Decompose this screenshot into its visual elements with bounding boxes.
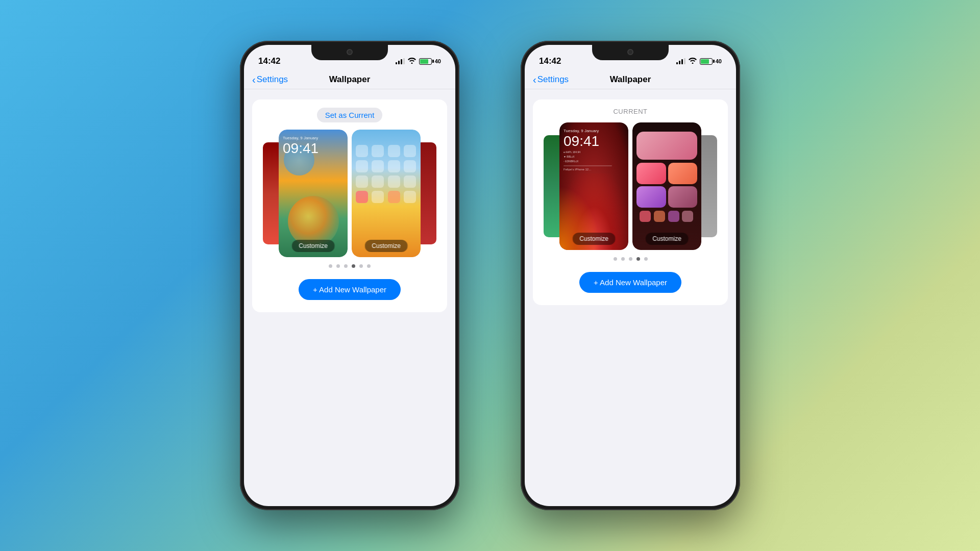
dot-2-right bbox=[621, 257, 625, 261]
lock-date-left: Tuesday, 9 January bbox=[283, 136, 344, 140]
app-icon-15 bbox=[388, 191, 400, 203]
nav-bar-right: ‹ Settings Wallpaper bbox=[525, 70, 736, 89]
app-icon-7 bbox=[388, 160, 400, 172]
lock-screen-content-right: Tuesday, 9 January 09:41 ♦ AAPL 164.94 ▼… bbox=[559, 122, 628, 177]
lock-preview-right: Tuesday, 9 January 09:41 ♦ AAPL 164.94 ▼… bbox=[559, 122, 628, 250]
dot-5-left bbox=[359, 264, 363, 268]
dot-6-left bbox=[367, 264, 371, 268]
app-icon-9 bbox=[356, 176, 368, 188]
dot-3-right bbox=[629, 257, 632, 261]
lock-widgets-row-3: ◦ EDNBRLcX bbox=[564, 160, 624, 163]
nav-title-right: Wallpaper bbox=[610, 74, 651, 85]
home-preview-left bbox=[352, 130, 421, 257]
notch-left bbox=[311, 45, 388, 60]
status-time-left: 14:42 bbox=[258, 56, 280, 66]
signal-icon-left bbox=[396, 58, 405, 64]
widget-line-2: ▼ BBLcX bbox=[564, 155, 575, 159]
home-icon-coral bbox=[668, 163, 698, 184]
wifi-icon-right bbox=[689, 58, 697, 65]
status-icons-right: 40 bbox=[676, 58, 722, 65]
home-preview-wrapper-right[interactable]: Customize bbox=[632, 122, 701, 250]
current-label: CURRENT bbox=[613, 108, 647, 115]
camera-left bbox=[347, 49, 353, 55]
app-icon-6 bbox=[372, 160, 384, 172]
page-dots-left bbox=[329, 264, 371, 268]
dot-3-left bbox=[344, 264, 348, 268]
set-current-badge[interactable]: Set as Current bbox=[317, 108, 383, 122]
home-screen-content-left bbox=[352, 130, 421, 257]
back-button-left[interactable]: ‹ Settings bbox=[252, 74, 288, 85]
lock-preview-wrapper-right[interactable]: Tuesday, 9 January 09:41 ♦ AAPL 164.94 ▼… bbox=[559, 122, 628, 250]
page-dots-right bbox=[614, 257, 648, 261]
nav-title-left: Wallpaper bbox=[329, 74, 371, 85]
dot-4-left bbox=[352, 264, 355, 268]
mini-icon-3 bbox=[668, 211, 679, 222]
customize-lock-right[interactable]: Customize bbox=[572, 233, 616, 245]
lock-widgets-row-2: ▼ BBLcX bbox=[564, 155, 624, 159]
app-icon-12 bbox=[404, 176, 416, 188]
dot-1-left bbox=[329, 264, 332, 268]
status-time-right: 14:42 bbox=[539, 56, 561, 66]
customize-lock-left[interactable]: Customize bbox=[291, 240, 335, 252]
dot-5-right bbox=[644, 257, 648, 261]
wallpaper-previews-left: Tuesday, 9 January 09:41 Customize bbox=[260, 130, 439, 257]
widget-line-3: ◦ EDNBRLcX bbox=[564, 160, 578, 163]
lock-widgets-right: ♦ AAPL 164.94 bbox=[564, 151, 624, 154]
back-chevron-right: ‹ bbox=[533, 74, 536, 85]
app-icon-16 bbox=[404, 191, 416, 203]
mini-icon-1 bbox=[640, 211, 651, 222]
phone-name: Felipe's iPhone 12... bbox=[564, 168, 624, 171]
wallpaper-previews-right: Tuesday, 9 January 09:41 ♦ AAPL 164.94 ▼… bbox=[541, 122, 720, 250]
dot-2-left bbox=[336, 264, 340, 268]
add-wallpaper-btn-right[interactable]: + Add New Wallpaper bbox=[579, 272, 681, 293]
home-icon-mauve bbox=[668, 186, 698, 208]
dot-1-right bbox=[614, 257, 617, 261]
app-icon-10 bbox=[372, 176, 384, 188]
lock-preview-left: Tuesday, 9 January 09:41 bbox=[279, 130, 348, 257]
app-icon-13 bbox=[356, 191, 368, 203]
battery-icon-left bbox=[419, 58, 432, 65]
app-icon-5 bbox=[356, 160, 368, 172]
battery-text-right: 40 bbox=[716, 58, 722, 64]
large-widget-right bbox=[636, 132, 697, 160]
battery-text-left: 40 bbox=[435, 58, 441, 64]
app-icon-11 bbox=[388, 176, 400, 188]
home-preview-right bbox=[632, 122, 701, 250]
home-content-right bbox=[632, 128, 701, 250]
lock-time-left: 09:41 bbox=[283, 141, 344, 156]
lock-screen-content-left: Tuesday, 9 January 09:41 bbox=[279, 130, 348, 164]
lock-preview-wrapper-left[interactable]: Tuesday, 9 January 09:41 Customize bbox=[279, 130, 348, 257]
dot-4-right bbox=[636, 257, 640, 261]
app-grid-left bbox=[356, 145, 416, 203]
home-row-icons-right bbox=[636, 211, 697, 222]
content-left: Set as Current bbox=[244, 89, 455, 322]
wallpaper-card-left: Set as Current bbox=[252, 99, 447, 312]
back-label-right: Settings bbox=[537, 74, 569, 85]
app-icon-8 bbox=[404, 160, 416, 172]
back-chevron-left: ‹ bbox=[252, 74, 256, 85]
home-preview-wrapper-left[interactable]: Customize bbox=[352, 130, 421, 257]
add-wallpaper-btn-left[interactable]: + Add New Wallpaper bbox=[299, 279, 401, 300]
customize-home-left[interactable]: Customize bbox=[364, 240, 408, 252]
home-grid-right bbox=[636, 163, 697, 208]
home-icon-pink bbox=[636, 163, 666, 184]
widget-line-1: ♦ AAPL 164.94 bbox=[564, 151, 580, 154]
customize-home-right[interactable]: Customize bbox=[645, 233, 689, 245]
mini-icon-4 bbox=[682, 211, 693, 222]
notch-right bbox=[592, 45, 669, 60]
back-button-right[interactable]: ‹ Settings bbox=[533, 74, 569, 85]
mini-icon-2 bbox=[654, 211, 665, 222]
phone-right: 14:42 40 ‹ Settings bbox=[521, 41, 740, 510]
app-icon-1 bbox=[356, 145, 368, 157]
lock-date-right: Tuesday, 9 January bbox=[564, 129, 624, 133]
app-icon-14 bbox=[372, 191, 384, 203]
phone-left: 14:42 40 ‹ Settings bbox=[240, 41, 459, 510]
wallpaper-card-right: CURRENT bbox=[533, 99, 728, 305]
camera-right bbox=[627, 49, 633, 55]
content-right: CURRENT bbox=[525, 89, 736, 315]
status-icons-left: 40 bbox=[396, 58, 441, 65]
signal-icon-right bbox=[676, 58, 685, 64]
lock-time-right: 09:41 bbox=[564, 134, 624, 148]
blob-1 bbox=[288, 196, 339, 247]
back-label-left: Settings bbox=[257, 74, 288, 85]
